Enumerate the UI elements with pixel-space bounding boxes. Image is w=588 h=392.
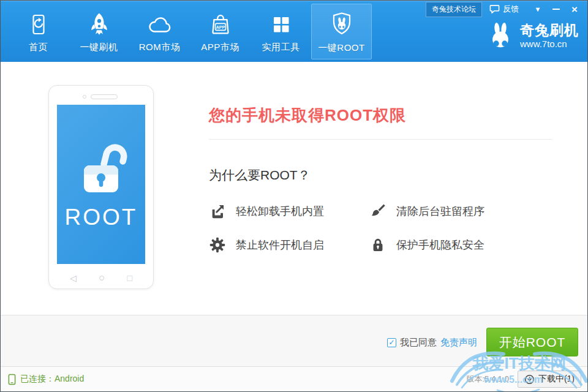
header: 首页 一键刷机 <box>1 1 587 62</box>
action-bar: ✓ 我已同意 免责声明 开始ROOT <box>1 315 587 366</box>
nav-label: 首页 <box>29 42 48 53</box>
why-root-subheading: 为什么要ROOT？ <box>209 167 552 184</box>
agree-checkbox[interactable]: ✓ <box>387 338 396 347</box>
nav-label: ROM市场 <box>139 42 181 53</box>
phone-nav-row: ◁ ○ □ <box>49 273 153 283</box>
brand-name: 奇兔刷机 <box>520 22 579 38</box>
feedback-button[interactable]: 反馈 <box>489 4 519 15</box>
feature-label: 禁止软件开机自启 <box>236 238 324 252</box>
feedback-label: 反馈 <box>503 4 519 15</box>
app-bag-icon: APP <box>208 9 233 37</box>
brush-icon <box>369 203 386 220</box>
tools-grid-icon <box>269 9 293 37</box>
close-icon: × <box>571 4 578 15</box>
start-root-button[interactable]: 开始ROOT <box>486 328 578 356</box>
unlocked-padlock-icon <box>69 138 133 202</box>
close-button[interactable]: × <box>565 2 584 16</box>
root-benefits-list: 轻松卸载手机内置 清除后台驻留程序 <box>209 203 552 254</box>
download-icon <box>524 374 535 385</box>
brand-url: www.7to.cn <box>520 39 579 49</box>
uninstall-icon <box>209 203 226 220</box>
nav-label: APP市场 <box>201 42 239 53</box>
disclaimer-link[interactable]: 免责声明 <box>440 337 477 349</box>
forum-button[interactable]: 奇兔技术论坛 <box>426 2 482 17</box>
app-window: 首页 一键刷机 <box>0 0 588 392</box>
nav-item-tools[interactable]: 实用工具 <box>251 1 311 62</box>
feature-protect-privacy: 保护手机隐私安全 <box>369 236 552 254</box>
nav-item-rom-market[interactable]: ROM市场 <box>129 1 190 62</box>
nav-label: 一键刷机 <box>80 42 118 53</box>
root-info-panel: 您的手机未取得ROOT权限 为什么要ROOT？ 轻松卸载手机内置 <box>209 62 552 254</box>
cloud-icon <box>145 9 175 37</box>
menu-dropdown-button[interactable]: ▼ <box>529 2 547 16</box>
phone-home-icon: ○ <box>99 273 105 283</box>
minimize-button[interactable] <box>547 2 565 16</box>
titlebar: 奇兔技术论坛 反馈 ▼ × <box>426 2 584 16</box>
nav-item-root[interactable]: 一键ROOT <box>311 4 372 59</box>
main-nav: 首页 一键刷机 <box>8 1 372 62</box>
phone-camera-dot <box>83 95 86 99</box>
svg-text:APP: APP <box>216 25 225 30</box>
connection-status: 已连接：Android <box>8 374 84 385</box>
feature-uninstall-bloatware: 轻松卸载手机内置 <box>209 203 369 220</box>
lock-icon <box>369 236 386 254</box>
phone-illustration: ROOT ◁ ○ □ <box>48 85 154 289</box>
page-title: 您的手机未取得ROOT权限 <box>209 105 552 126</box>
nav-item-flash[interactable]: 一键刷机 <box>69 1 129 62</box>
connected-phone-icon <box>8 374 16 385</box>
nav-item-app-market[interactable]: APP APP市场 <box>190 1 251 62</box>
statusbar-right: 版本:5.4.1.0 下载中(1) <box>467 371 582 388</box>
phone-screen: ROOT <box>57 105 145 264</box>
version-text: 版本:5.4.1.0 <box>467 374 509 385</box>
minimize-icon <box>552 9 560 10</box>
feature-label: 清除后台驻留程序 <box>396 204 484 219</box>
chevron-down-icon: ▼ <box>535 6 541 13</box>
brand-logo: 奇兔刷机 www.7to.cn <box>486 21 579 50</box>
feature-label: 保护手机隐私安全 <box>396 238 484 252</box>
shield-rabbit-icon <box>328 10 355 38</box>
phone-back-icon: ◁ <box>70 274 77 282</box>
home-phone-refresh-icon <box>26 9 51 37</box>
feature-disable-autostart: 禁止软件开机自启 <box>209 236 369 254</box>
nav-item-home[interactable]: 首页 <box>8 1 69 62</box>
divider <box>209 139 552 140</box>
download-manager-button[interactable]: 下载中(1) <box>518 371 581 388</box>
feature-label: 轻松卸载手机内置 <box>236 204 324 219</box>
gear-icon <box>209 236 226 254</box>
agree-row: ✓ 我已同意 免责声明 <box>387 337 477 349</box>
status-bar: 已连接：Android 版本:5.4.1.0 下载中(1) <box>1 366 587 391</box>
phone-speaker-slot <box>91 94 118 99</box>
nav-label: 实用工具 <box>262 42 300 53</box>
rabbit-logo-icon <box>486 21 514 50</box>
phone-screen-root-label: ROOT <box>65 205 138 230</box>
main-content: ROOT ◁ ○ □ 您的手机未取得ROOT权限 为什么要ROOT？ <box>1 62 587 315</box>
connection-text: 已连接：Android <box>20 374 84 385</box>
feature-clear-background: 清除后台驻留程序 <box>369 203 552 220</box>
download-label: 下载中(1) <box>538 374 575 385</box>
phone-recents-icon: □ <box>127 274 132 282</box>
speech-bubble-icon <box>489 4 500 14</box>
nav-label: 一键ROOT <box>318 42 364 54</box>
agree-label: 我已同意 <box>400 337 437 349</box>
rocket-icon <box>86 9 112 37</box>
